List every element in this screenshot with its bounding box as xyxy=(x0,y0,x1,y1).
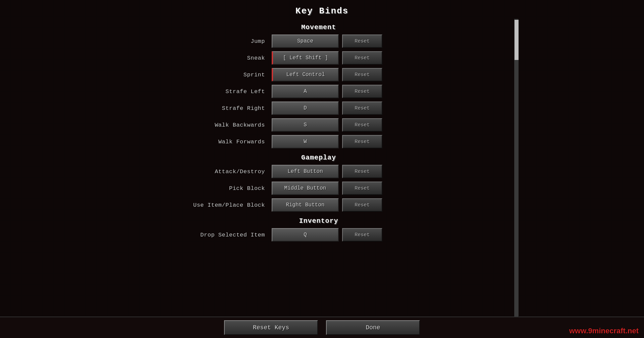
keybind-label: Walk Backwards xyxy=(131,122,272,128)
keybind-row: JumpSpaceReset xyxy=(131,34,506,49)
reset-key-button[interactable]: Reset xyxy=(342,118,382,132)
keybind-key-button[interactable]: [ Left Shift ] xyxy=(272,51,339,65)
reset-key-button[interactable]: Reset xyxy=(342,182,382,195)
scrollbar-thumb[interactable] xyxy=(515,20,519,60)
keybind-key-button[interactable]: S xyxy=(272,118,339,132)
reset-key-button[interactable]: Reset xyxy=(342,85,382,98)
keybind-key-button[interactable]: D xyxy=(272,102,339,115)
reset-key-button[interactable]: Reset xyxy=(342,102,382,115)
keybind-row: Walk BackwardsSReset xyxy=(131,118,506,132)
keybind-label: Drop Selected Item xyxy=(131,232,272,238)
scrollbar-dark xyxy=(515,60,519,316)
section-header-inventory: Inventory xyxy=(131,217,506,225)
keybind-label: Jump xyxy=(131,38,272,45)
keybind-row: Pick BlockMiddle ButtonReset xyxy=(131,181,506,196)
page-title: Key Binds xyxy=(296,6,348,16)
reset-key-button[interactable]: Reset xyxy=(342,135,382,148)
reset-keys-button[interactable]: Reset Keys xyxy=(224,320,318,335)
reset-key-button[interactable]: Reset xyxy=(342,228,382,242)
keybind-label: Sprint xyxy=(131,72,272,78)
done-button[interactable]: Done xyxy=(326,320,420,335)
content-area: MovementJumpSpaceResetSneak[ Left Shift … xyxy=(0,19,644,317)
keybind-key-button[interactable]: A xyxy=(272,85,339,98)
keybind-label: Use Item/Place Block xyxy=(131,202,272,208)
keybind-key-button[interactable]: Space xyxy=(272,35,339,48)
keybind-key-button[interactable]: Q xyxy=(272,228,339,242)
bottom-bar: Reset Keys Done www.9minecraft.net xyxy=(0,317,644,338)
keybind-row: Sneak[ Left Shift ]Reset xyxy=(131,51,506,65)
keybind-row: Use Item/Place BlockRight ButtonReset xyxy=(131,198,506,212)
reset-key-button[interactable]: Reset xyxy=(342,198,382,212)
scrollbar-track[interactable] xyxy=(514,19,518,317)
watermark: www.9minecraft.net xyxy=(569,327,639,335)
binds-panel: MovementJumpSpaceResetSneak[ Left Shift … xyxy=(131,19,513,317)
keybind-row: Strafe LeftAReset xyxy=(131,84,506,99)
reset-key-button[interactable]: Reset xyxy=(342,51,382,65)
keybind-key-button[interactable]: Left Control xyxy=(272,68,339,81)
keybind-key-button[interactable]: W xyxy=(272,135,339,148)
keybind-label: Sneak xyxy=(131,55,272,61)
section-header-movement: Movement xyxy=(131,23,506,31)
keybind-row: Drop Selected ItemQReset xyxy=(131,227,506,242)
keybind-row: Attack/DestroyLeft ButtonReset xyxy=(131,164,506,179)
section-header-gameplay: Gameplay xyxy=(131,154,506,161)
keybind-row: Strafe RightDReset xyxy=(131,101,506,116)
keybind-label: Attack/Destroy xyxy=(131,168,272,175)
keybind-key-button[interactable]: Middle Button xyxy=(272,182,339,195)
reset-key-button[interactable]: Reset xyxy=(342,35,382,48)
keybind-label: Pick Block xyxy=(131,185,272,192)
reset-key-button[interactable]: Reset xyxy=(342,68,382,81)
keybind-key-button[interactable]: Left Button xyxy=(272,165,339,178)
keybind-key-button[interactable]: Right Button xyxy=(272,198,339,212)
keybind-row: SprintLeft ControlReset xyxy=(131,67,506,82)
keybind-row: Walk ForwardsWReset xyxy=(131,134,506,149)
main-container: Key Binds MovementJumpSpaceResetSneak[ L… xyxy=(0,0,644,338)
reset-key-button[interactable]: Reset xyxy=(342,165,382,178)
keybind-label: Strafe Left xyxy=(131,88,272,95)
keybind-label: Strafe Right xyxy=(131,105,272,112)
keybind-label: Walk Forwards xyxy=(131,139,272,145)
